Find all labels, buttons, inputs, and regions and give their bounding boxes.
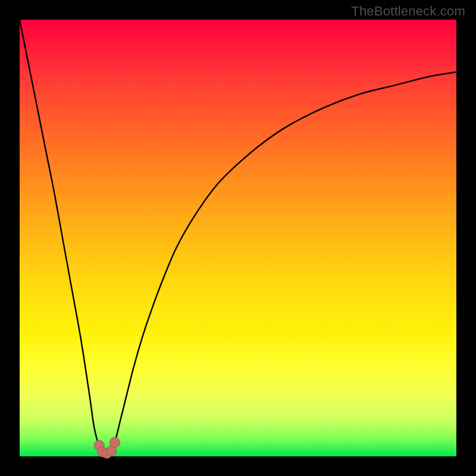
- curve-left-branch: [20, 20, 102, 452]
- curve-right-branch: [111, 72, 456, 452]
- watermark-text: TheBottleneck.com: [351, 4, 465, 19]
- chart-frame: TheBottleneck.com: [0, 0, 476, 476]
- marker-dot: [110, 437, 120, 447]
- bottom-markers: [94, 437, 120, 458]
- curve-layer: [20, 20, 456, 456]
